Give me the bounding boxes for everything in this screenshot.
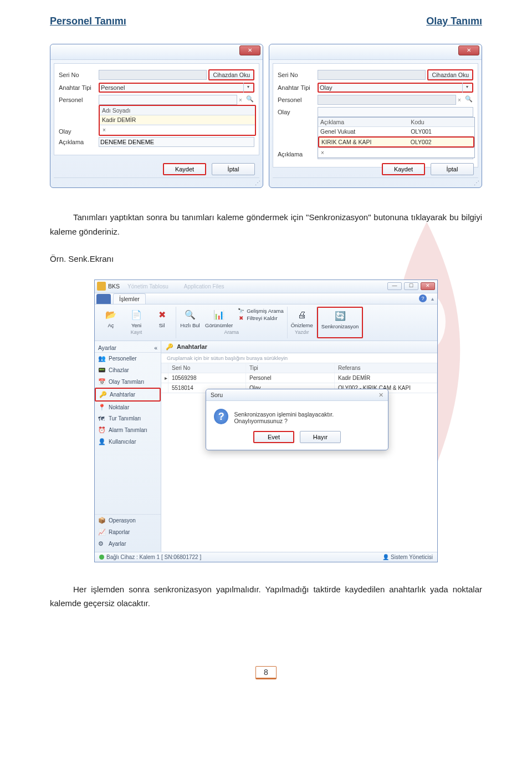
key-icon: 🔑 <box>166 343 173 351</box>
ribbon-senkronizasyon-button[interactable]: 🔄Senkronizasyon <box>321 309 359 329</box>
location-icon: 📍 <box>98 404 106 411</box>
ribbon-gelismis-arama[interactable]: 🔭Gelişmiş Arama <box>237 308 284 314</box>
ribbon-filtre-kaldir[interactable]: ✖Filtreyi Kaldır <box>237 315 277 321</box>
search-icon[interactable]: 🔍 <box>245 95 254 104</box>
sidebar-item-raporlar[interactable]: 📈Raporlar <box>95 526 161 538</box>
label-seri-no: Seri No <box>59 72 99 78</box>
status-device: Bağlı Cihaz : Kalem 1 [ SN:06801722 ] <box>106 554 201 560</box>
app-icon <box>97 282 106 291</box>
sidebar-item-ayarlar[interactable]: ⚙Ayarlar <box>95 538 161 550</box>
input-personel[interactable] <box>318 95 456 105</box>
select-anahtar-tipi[interactable]: Personel ▾ <box>99 83 254 93</box>
alarm-icon: ⏰ <box>98 426 106 434</box>
ribbon-ac-button[interactable]: 📂Aç <box>100 308 121 328</box>
label-olay: Olay <box>278 109 318 115</box>
dialog-titlebar: ✕ <box>50 44 263 60</box>
column-header[interactable]: Seri No <box>168 363 246 373</box>
remove-filter-icon: ✖ <box>237 315 245 321</box>
close-icon[interactable]: ✕ <box>458 45 479 55</box>
search-icon[interactable]: 🔍 <box>464 95 473 104</box>
input-olay[interactable] <box>318 107 473 117</box>
dropdown-row-selected[interactable]: KIRIK CAM & KAPI OLY002 <box>318 136 474 148</box>
input-seri-no[interactable] <box>318 70 426 80</box>
ribbon-yeni-button[interactable]: 📄Yeni <box>126 308 147 328</box>
minimize-icon[interactable]: — <box>387 282 402 290</box>
user-icon: 👤 <box>382 554 389 560</box>
cihazdan-oku-button[interactable]: Cihazdan Oku <box>427 69 473 80</box>
status-user: Sistem Yöneticisi <box>391 554 433 560</box>
sidebar-item-alarm-tanimlari[interactable]: ⏰Alarm Tanımları <box>95 424 161 436</box>
maximize-icon[interactable]: ☐ <box>404 282 418 290</box>
clear-icon[interactable]: × <box>237 97 244 103</box>
dropdown-olay: Açıklama Kodu Genel Vukuat OLY001 KIRIK … <box>318 117 475 158</box>
confirm-title: Soru <box>211 392 223 398</box>
confirm-message: Senkronizasyon işlemini başlayacaktır. O… <box>234 409 380 424</box>
sidebar-item-cihazlar[interactable]: 📟Cihazlar <box>95 364 161 376</box>
select-anahtar-tipi[interactable]: Olay ▾ <box>318 83 473 93</box>
help-icon[interactable]: ? <box>419 294 427 302</box>
device-icon: 📟 <box>98 367 106 374</box>
evet-button[interactable]: Evet <box>253 431 294 443</box>
group-by-hint: Gruplamak için bir sütun başlığını buray… <box>161 353 437 363</box>
clear-icon[interactable]: × <box>456 97 463 103</box>
app-title: BKS <box>108 283 120 290</box>
dialog-statusbar <box>273 177 478 185</box>
new-file-icon: 📄 <box>129 308 144 322</box>
input-aciklama[interactable] <box>99 137 254 147</box>
resize-grip-icon[interactable]: ⋰ <box>255 180 260 186</box>
kaydet-button[interactable]: Kaydet <box>382 163 425 175</box>
paragraph-example-label: Örn. Senk.Ekranı <box>50 252 482 266</box>
close-icon[interactable]: ✕ <box>421 282 435 290</box>
sidebar-item-anahtarlar[interactable]: 🔑Anahtarlar <box>95 388 161 402</box>
iptal-button[interactable]: İptal <box>212 163 255 175</box>
kaydet-button[interactable]: Kaydet <box>163 163 206 175</box>
label-anahtar-tipi: Anahtar Tipi <box>278 84 318 91</box>
sidebar-item-kullanicilar[interactable]: 👤Kullanıcılar <box>95 436 161 448</box>
user-icon: 👤 <box>98 438 106 445</box>
sidebar-item-noktalar[interactable]: 📍Noktalar <box>95 402 161 413</box>
ribbon-group-label: Yazdır <box>291 329 313 335</box>
app-statusbar: Bağlı Cihaz : Kalem 1 [ SN:06801722 ] 👤 … <box>95 552 437 562</box>
sidebar-item-tur-tanimlari[interactable]: 🗺Tur Tanımları <box>95 413 161 424</box>
sidebar-item-personeller[interactable]: 👥Personeller <box>95 353 161 364</box>
ribbon-hizli-bul-button[interactable]: 🔍Hızlı Bul <box>180 308 201 328</box>
ribbon-gorunumler-button[interactable]: 📊Görünümler <box>205 308 233 328</box>
resize-grip-icon[interactable]: ⋰ <box>474 180 479 186</box>
close-icon[interactable]: ✕ <box>378 392 383 398</box>
sidebar-title: Ayarlar <box>98 344 116 351</box>
cihazdan-oku-button[interactable]: Cihazdan Oku <box>208 69 254 80</box>
sidebar-item-operasyon[interactable]: 📦Operasyon <box>95 515 161 526</box>
column-header[interactable]: Referans <box>335 363 437 373</box>
dropdown-close-icon[interactable]: × <box>318 148 474 158</box>
column-header[interactable]: Tipi <box>246 363 335 373</box>
close-icon[interactable]: ✕ <box>239 45 260 55</box>
table-row[interactable]: ▸ 10569298 Personel Kadir DEMİR <box>161 373 437 383</box>
gear-icon: ⚙ <box>98 540 106 547</box>
operation-icon: 📦 <box>98 517 106 524</box>
dialog-personel-tanimi: ✕ Seri No Cihazdan Oku Anahtar Tipi Pers… <box>50 44 263 188</box>
ribbon-sil-button[interactable]: ✖Sil <box>151 308 172 328</box>
collapse-ribbon-icon[interactable]: ▴ <box>431 296 434 302</box>
panel-title: Anahtarlar <box>177 343 207 350</box>
ribbon-tab-islemler[interactable]: İşlemler <box>113 293 146 304</box>
app-menu-button[interactable] <box>96 294 111 304</box>
page-number: 8 <box>255 666 277 679</box>
sidebar-collapse-icon[interactable]: « <box>154 344 157 351</box>
paragraph-sync-instruction: Tanımları yaptıktan sonra bu tanımları k… <box>50 210 482 238</box>
dropdown-column-header: Kodu <box>408 118 474 126</box>
ribbon-group-label: Arama <box>180 329 284 335</box>
ribbon-onizleme-button[interactable]: 🖨Önizleme <box>291 308 313 328</box>
input-seri-no[interactable] <box>99 70 207 80</box>
dropdown-close-icon[interactable]: × <box>100 125 255 135</box>
dropdown-row[interactable]: Genel Vukuat OLY001 <box>318 127 474 136</box>
chevron-down-icon: ▾ <box>243 83 252 93</box>
ribbon: 📂Aç 📄Yeni ✖Sil Kayıt 🔍Hızlı Bul 📊Görünüm… <box>95 304 437 341</box>
search-icon: 🔍 <box>183 308 197 322</box>
dropdown-row[interactable]: Kadir DEMİR <box>100 115 255 125</box>
sidebar-item-olay-tanimlari[interactable]: 📅Olay Tanımları <box>95 376 161 388</box>
input-personel[interactable] <box>99 95 237 105</box>
label-personel: Personel <box>278 96 318 103</box>
dropdown-personel: Adı Soyadı Kadir DEMİR × <box>99 105 256 136</box>
iptal-button[interactable]: İptal <box>431 163 474 175</box>
hayir-button[interactable]: Hayır <box>300 431 341 443</box>
